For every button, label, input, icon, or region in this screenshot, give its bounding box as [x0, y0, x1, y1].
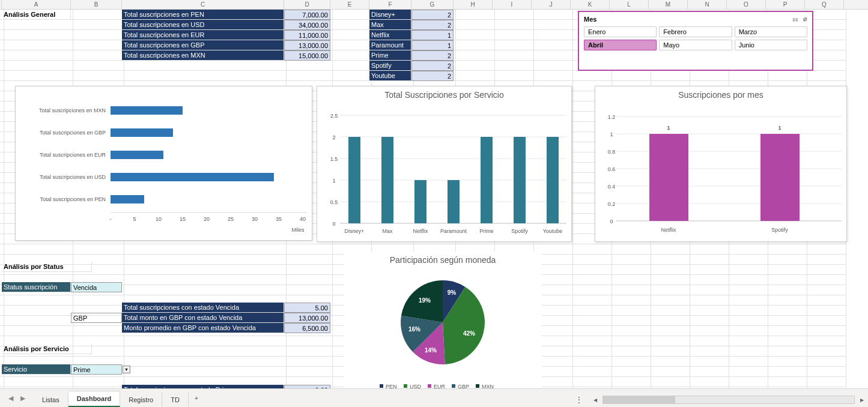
pie-group: 9% 42% 14% 16% 19%: [401, 280, 485, 364]
horizontal-scrollbar[interactable]: [602, 396, 855, 404]
sheet-tab[interactable]: Dashboard: [68, 391, 120, 407]
col-M[interactable]: M: [649, 0, 688, 9]
col-E[interactable]: E: [330, 0, 369, 9]
col-H[interactable]: H: [454, 0, 493, 9]
col-B[interactable]: B: [71, 0, 122, 9]
service-name: Disney+: [369, 10, 411, 20]
col-F[interactable]: F: [369, 0, 411, 9]
sheet-menu-icon[interactable]: ⋮: [570, 395, 588, 405]
slicer-item[interactable]: Junio: [735, 40, 807, 50]
chart-title: Participación según moneda: [344, 252, 542, 268]
bar: [547, 137, 559, 223]
bar: [760, 134, 800, 221]
svg-text:MXN: MXN: [482, 384, 494, 388]
dropdown-icon[interactable]: ▼: [123, 366, 130, 373]
ytick: 0.8: [608, 149, 616, 155]
total-value: 7,000.00: [284, 10, 330, 20]
status-block-table: Total suscripciones con estado Vencida5.…: [122, 303, 330, 333]
slicer-item[interactable]: Enero: [584, 26, 657, 37]
ytick: 1: [332, 178, 335, 184]
service-count: 2: [411, 20, 454, 30]
total-label: Total suscripciones en MXN: [122, 50, 284, 61]
data-label: 1: [778, 125, 781, 131]
ytick: 0: [610, 219, 613, 225]
col-A[interactable]: A: [2, 0, 71, 9]
xcat: Disney+: [345, 228, 365, 234]
data-label: 1: [667, 125, 670, 131]
chart-pie-moneda[interactable]: Participación según moneda 9% 42% 14% 16…: [344, 252, 542, 388]
service-count: 2: [411, 10, 454, 20]
currency-value-cell[interactable]: GBP: [71, 313, 122, 323]
service-name: Max: [369, 20, 411, 30]
service-count: 1: [411, 40, 454, 50]
xcat: Prime: [479, 228, 494, 234]
col-I[interactable]: I: [493, 0, 532, 9]
hbar-tick: 15: [180, 216, 186, 222]
svg-text:14%: 14%: [425, 347, 437, 354]
col-Q[interactable]: Q: [805, 0, 844, 9]
chart-bar-mes[interactable]: Suscripciones por mes 0 0.2 0.4 0.6 0.8 …: [595, 86, 847, 242]
bar: [348, 137, 360, 223]
slicer-title-text: Mes: [584, 16, 596, 23]
tab-nav-next[interactable]: ▶: [18, 393, 28, 403]
slicer-item[interactable]: Marzo: [735, 26, 807, 37]
col-N[interactable]: N: [688, 0, 727, 9]
chart-bar-servicios[interactable]: Total Suscripciones por Servicio 0 0.5 1…: [317, 86, 572, 242]
slicer-mes[interactable]: Mes ⚏ ⌀ EneroFebreroMarzoAbrilMayoJunio: [578, 11, 813, 71]
service-name: Youtube: [369, 71, 411, 81]
multiselect-icon[interactable]: ⚏: [792, 15, 798, 23]
hbar-xlabel: Miles: [291, 227, 305, 233]
hscroll-left[interactable]: ◀: [592, 396, 599, 403]
bar: [414, 180, 426, 223]
bar: [448, 180, 460, 223]
header-analisis-servicio: Análisis por Servicio: [2, 344, 92, 354]
xcat: Spotify: [511, 228, 528, 234]
ytick: 2: [332, 134, 335, 140]
hbar-cat: Total suscripciones en USD: [40, 174, 106, 180]
svg-text:USD: USD: [410, 384, 422, 388]
slicer-item[interactable]: Abril: [584, 40, 657, 50]
tab-nav-prev[interactable]: ◀: [6, 393, 16, 403]
col-D[interactable]: D: [284, 0, 330, 9]
total-label: Total suscripciones en EUR: [122, 30, 284, 40]
hbar-tick: 25: [228, 216, 234, 222]
slicer-item[interactable]: Febrero: [659, 26, 732, 37]
service-name: Prime: [369, 50, 411, 61]
ytick: 1.2: [608, 114, 616, 120]
sheet-tab[interactable]: TD: [162, 393, 189, 407]
total-label: Total suscripciones en GBP: [122, 40, 284, 50]
clear-filter-icon[interactable]: ⌀: [803, 15, 807, 23]
service-count: 1: [411, 30, 454, 40]
svg-text:16%: 16%: [408, 326, 420, 333]
service-count: 2: [411, 71, 454, 81]
total-label: Total suscripciones en USD: [122, 20, 284, 30]
status-row-label: Monto promedio en GBP con estado Vencida: [122, 323, 284, 333]
col-G[interactable]: G: [411, 0, 454, 9]
service-count: 2: [411, 50, 454, 61]
total-label: Total suscripciones en PEN: [122, 10, 284, 20]
service-count: 2: [411, 61, 454, 71]
bar: [514, 137, 526, 223]
col-L[interactable]: L: [610, 0, 649, 9]
hscroll-right[interactable]: ▶: [858, 396, 866, 403]
add-sheet-button[interactable]: +: [189, 391, 204, 405]
hbar-bar: [111, 128, 173, 137]
chart-hbar-totals[interactable]: Total suscripciones en MXN Total suscrip…: [15, 86, 312, 241]
sheet-tab[interactable]: Registro: [120, 393, 162, 407]
status-value-cell[interactable]: Vencida: [71, 282, 122, 292]
slicer-item[interactable]: Mayo: [659, 40, 732, 50]
xcat: Paramount: [440, 228, 467, 234]
xcat: Max: [382, 228, 393, 234]
total-value: 34,000.00: [284, 20, 330, 30]
col-J[interactable]: J: [532, 0, 571, 9]
col-O[interactable]: O: [727, 0, 766, 9]
hscroll-thumb[interactable]: [603, 396, 675, 403]
col-C[interactable]: C: [122, 0, 284, 9]
servicio-value-cell[interactable]: Prime: [71, 364, 122, 375]
col-P[interactable]: P: [766, 0, 805, 9]
ytick: 2.5: [330, 113, 338, 119]
total-value: 13,000.00: [284, 40, 330, 50]
col-K[interactable]: K: [571, 0, 610, 9]
sheet-tab[interactable]: Listas: [34, 393, 68, 407]
svg-text:PEN: PEN: [386, 384, 397, 388]
